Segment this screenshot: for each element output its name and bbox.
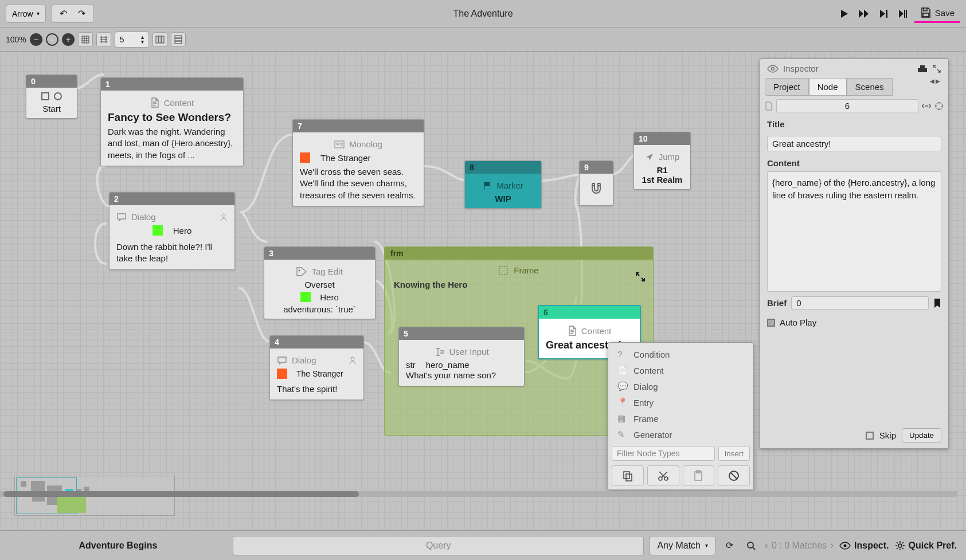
node-5-userinput[interactable]: 5 User Input str hero_name What's your n… [398, 327, 525, 386]
insert-button[interactable]: Insert [718, 446, 750, 461]
zoom-in-icon[interactable]: + [62, 33, 75, 46]
char-name: The Stranger [296, 369, 343, 378]
zoom-reset-icon[interactable]: · [46, 33, 58, 46]
checkbox-icon[interactable] [866, 432, 874, 440]
prev-match-icon[interactable]: ‹ [765, 539, 768, 551]
zoom-out-icon[interactable]: − [30, 33, 42, 46]
link-icon[interactable] [922, 101, 931, 111]
popup-item-dialog[interactable]: 💬Dialog [612, 378, 750, 394]
redo-icon[interactable]: ↷ [74, 6, 90, 22]
update-button[interactable]: Update [902, 428, 941, 442]
copy-button[interactable] [612, 465, 644, 486]
skip-to-end-icon[interactable] [895, 6, 911, 22]
node-title: Fancy to See Wonders? [108, 111, 236, 124]
cancel-button[interactable] [718, 465, 750, 486]
popup-item-condition[interactable]: ?Condition [612, 346, 750, 362]
query-input[interactable]: Query [233, 536, 644, 555]
eye-icon [839, 542, 851, 550]
char-name: Hero [173, 226, 192, 236]
id-card-icon [334, 140, 345, 148]
svg-rect-12 [918, 68, 927, 72]
node-9-magnet[interactable]: 9 [579, 160, 613, 206]
person-icon [220, 213, 228, 222]
horizontal-scrollbar[interactable] [0, 491, 957, 497]
node-4-dialog[interactable]: 4 Dialog The Stranger That's the spirit! [269, 335, 364, 400]
tag-icon [296, 267, 307, 276]
node-10-jump[interactable]: 10 Jump R1 1st Realm [633, 132, 691, 190]
svg-rect-16 [626, 474, 632, 481]
node-text: Dark was the night. Wandering and lost, … [108, 126, 236, 161]
quick-pref-button[interactable]: Quick Pref. [895, 541, 957, 551]
node-8-marker[interactable]: 8 Marker WIP [464, 160, 542, 209]
prompt-text: What's your name son? [406, 370, 517, 381]
bookmark-icon[interactable] [933, 298, 941, 308]
paste-button[interactable] [683, 465, 715, 486]
content-textarea[interactable]: {hero_name} of the {Hero.ancestry}, a lo… [767, 171, 941, 292]
tab-scroll-arrows[interactable]: ◀▶ [930, 78, 944, 96]
inspect-button[interactable]: Inspect. [839, 541, 889, 551]
frame-icon [499, 266, 508, 275]
tab-scenes[interactable]: Scenes [847, 78, 893, 96]
dialog-icon: 💬 [617, 381, 628, 391]
svg-point-10 [351, 357, 354, 361]
step-icon[interactable] [875, 6, 891, 22]
align-icon[interactable] [96, 32, 111, 47]
popup-item-entry[interactable]: 📍Entry [612, 394, 750, 410]
grid-snap-icon[interactable] [78, 32, 93, 47]
layout-cols-icon[interactable] [152, 32, 167, 47]
node-1-content[interactable]: 1 Content Fancy to See Wonders? Dark was… [100, 77, 244, 166]
tab-project[interactable]: Project [765, 78, 809, 96]
char-color [277, 369, 287, 379]
fast-forward-icon[interactable] [856, 6, 872, 22]
frame-label: frm [385, 247, 653, 260]
svg-rect-2 [162, 36, 164, 43]
svg-rect-4 [175, 38, 182, 41]
grid-step-input[interactable]: 5 ▴▾ [115, 32, 149, 48]
popup-item-frame[interactable]: ▦Frame [612, 410, 750, 426]
refresh-icon[interactable]: ⟳ [721, 538, 737, 554]
node-7-monolog[interactable]: 7 Monolog The Stranger We'll cross the s… [292, 119, 424, 206]
title-input[interactable]: Great ancestry! [767, 136, 941, 151]
svg-rect-6 [499, 267, 507, 275]
search-icon[interactable] [743, 538, 759, 554]
inspector-panel[interactable]: Inspector Project Node Scenes ◀▶ 6 Title… [760, 58, 949, 449]
dialog-icon [116, 213, 127, 222]
popup-item-generator[interactable]: ✎Generator [612, 426, 750, 442]
undo-icon[interactable]: ↶ [56, 6, 72, 22]
node-id: 0 [26, 75, 77, 88]
circle-icon [54, 92, 62, 100]
filter-input[interactable]: Filter Node Types [612, 446, 715, 461]
dropdown-caret-icon: ▾ [37, 10, 40, 17]
frame-expand-icon[interactable] [635, 271, 647, 284]
tab-node[interactable]: Node [809, 78, 847, 96]
play-icon[interactable] [836, 6, 852, 22]
jump-target: R1 [641, 165, 683, 175]
document-icon [150, 97, 159, 108]
node-type-popup[interactable]: ?Condition 📄Content 💬Dialog 📍Entry ▦Fram… [608, 342, 754, 490]
expand-icon[interactable] [932, 64, 941, 73]
skip-label: Skip [879, 430, 896, 440]
graph-canvas[interactable]: frm Frame Knowing the Hero 0 Start [0, 52, 966, 530]
brief-label: Brief [767, 298, 787, 308]
dock-icon[interactable] [917, 65, 928, 73]
next-match-icon[interactable]: › [830, 539, 834, 551]
no-icon [728, 470, 740, 481]
save-button[interactable]: Save [914, 5, 960, 23]
layout-rows-icon[interactable] [171, 32, 186, 47]
node-3-tagedit[interactable]: 3 Tag Edit Overset Hero adventurous: `tr… [264, 246, 376, 319]
brief-input[interactable]: 0 [791, 296, 929, 310]
target-icon[interactable] [934, 101, 944, 111]
save-icon [920, 7, 932, 18]
node-id-field[interactable]: 6 [776, 99, 918, 112]
svg-rect-5 [175, 41, 182, 44]
cut-button[interactable] [647, 465, 679, 486]
match-mode-select[interactable]: Any Match ▾ [650, 536, 715, 555]
arrow-tool-button[interactable]: Arrow ▾ [6, 5, 46, 23]
node-type: Jump [659, 152, 680, 162]
node-2-dialog[interactable]: 2 Dialog Hero Down the rabbit hole?! I'l… [109, 192, 235, 270]
marker-label: WIP [472, 194, 534, 203]
input-cursor-icon [434, 347, 444, 357]
node-0-start[interactable]: 0 Start [26, 75, 77, 119]
checkbox-icon[interactable] [767, 319, 775, 327]
popup-item-content[interactable]: 📄Content [612, 362, 750, 378]
